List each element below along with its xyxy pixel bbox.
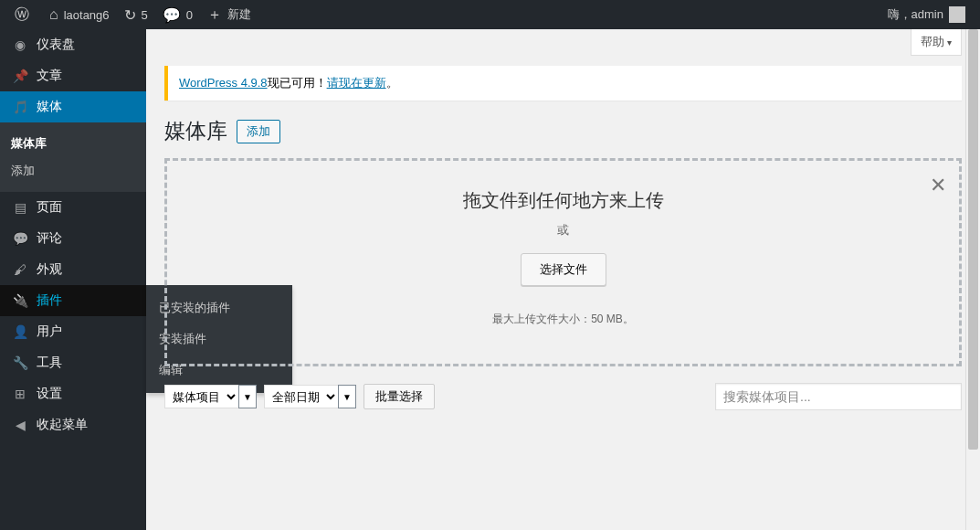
sidebar-item-tools[interactable]: 🔧工具 (0, 347, 146, 378)
collapse-icon: ◀ (11, 418, 29, 432)
sidebar-item-label: 仪表盘 (37, 37, 75, 53)
updates-count: 5 (142, 8, 148, 22)
sidebar: ◉仪表盘 📌文章 🎵媒体 媒体库 添加 ▤页面 💬评论 🖌外观 🔌插件 已安装的… (0, 29, 146, 530)
sidebar-item-posts[interactable]: 📌文章 (0, 60, 146, 91)
new-label: 新建 (227, 6, 251, 23)
filter-type-select[interactable]: 媒体项目 (164, 385, 239, 408)
sidebar-item-collapse[interactable]: ◀收起菜单 (0, 409, 146, 440)
comment-icon: 💬 (11, 231, 29, 246)
sidebar-item-label: 媒体 (37, 99, 62, 115)
sidebar-item-label: 插件 (37, 292, 62, 309)
filter-date-select[interactable]: 全部日期 (264, 385, 339, 408)
sidebar-item-label: 评论 (37, 230, 62, 247)
scrollbar-thumb[interactable] (968, 29, 978, 450)
sidebar-item-label: 外观 (37, 261, 62, 278)
chevron-down-icon: ▼ (338, 385, 356, 408)
site-name-label: laotang6 (64, 8, 110, 22)
sidebar-item-dashboard[interactable]: ◉仪表盘 (0, 29, 146, 60)
filters-bar: 媒体项目 ▼ 全部日期 ▼ 批量选择 (164, 383, 962, 410)
updates[interactable]: ↻5 (117, 0, 155, 29)
chevron-down-icon: ▼ (238, 385, 257, 408)
sidebar-item-settings[interactable]: ⊞设置 (0, 378, 146, 409)
dropzone-title: 拖文件到任何地方来上传 (176, 188, 950, 213)
sidebar-item-plugins[interactable]: 🔌插件 已安装的插件 安装插件 编辑 (0, 285, 146, 316)
sidebar-item-label: 文章 (37, 68, 62, 84)
sidebar-item-comments[interactable]: 💬评论 (0, 223, 146, 254)
sidebar-item-label: 页面 (37, 199, 62, 216)
notice-text: 现已可用！ (268, 76, 327, 90)
add-button[interactable]: 添加 (237, 120, 280, 143)
dashboard-icon: ◉ (11, 37, 29, 52)
plus-icon: ＋ (207, 5, 222, 25)
dropzone-hint: 最大上传文件大小：50 MB。 (176, 312, 950, 327)
comments[interactable]: 💬0 (155, 0, 200, 29)
content: 帮助 WordPress 4.9.8现已可用！请现在更新。 媒体库 添加 ✕ 拖… (146, 29, 980, 530)
media-icon: 🎵 (11, 100, 29, 114)
comments-count: 0 (186, 8, 193, 22)
notice-update-link[interactable]: 请现在更新 (327, 76, 386, 90)
search-input[interactable] (715, 383, 962, 410)
plugin-icon: 🔌 (11, 293, 29, 308)
sidebar-item-label: 工具 (37, 355, 62, 371)
refresh-icon: ↻ (124, 6, 136, 24)
submenu-item-add[interactable]: 添加 (0, 157, 146, 185)
close-icon[interactable]: ✕ (930, 174, 946, 197)
sidebar-item-label: 设置 (37, 386, 62, 402)
filter-date[interactable]: 全部日期 ▼ (264, 385, 356, 408)
filter-type[interactable]: 媒体项目 ▼ (164, 385, 257, 408)
sidebar-item-appearance[interactable]: 🖌外观 (0, 254, 146, 285)
user-icon: 👤 (11, 324, 29, 339)
update-notice: WordPress 4.9.8现已可用！请现在更新。 (164, 66, 962, 101)
new-content[interactable]: ＋新建 (200, 0, 258, 29)
select-files-button[interactable]: 选择文件 (521, 253, 606, 286)
my-account[interactable]: 嗨，admin (880, 0, 973, 29)
brush-icon: 🖌 (11, 262, 29, 277)
sidebar-item-pages[interactable]: ▤页面 (0, 192, 146, 223)
greeting: 嗨，admin (888, 6, 943, 23)
sidebar-item-label: 收起菜单 (37, 417, 88, 433)
wordpress-icon: ⓦ (15, 5, 29, 25)
pin-icon: 📌 (11, 69, 29, 83)
sidebar-item-media[interactable]: 🎵媒体 (0, 91, 146, 122)
upload-dropzone[interactable]: ✕ 拖文件到任何地方来上传 或 选择文件 最大上传文件大小：50 MB。 (164, 158, 962, 366)
avatar (949, 6, 965, 23)
page-head: 媒体库 添加 (164, 117, 962, 145)
page-icon: ▤ (11, 200, 29, 215)
submenu-item-library[interactable]: 媒体库 (0, 130, 146, 157)
wrench-icon: 🔧 (11, 355, 29, 370)
sliders-icon: ⊞ (11, 387, 29, 401)
site-name[interactable]: ⌂laotang6 (42, 0, 117, 29)
home-icon: ⌂ (49, 6, 58, 23)
sidebar-item-label: 用户 (37, 323, 62, 340)
sidebar-item-users[interactable]: 👤用户 (0, 316, 146, 347)
wp-logo[interactable]: ⓦ (7, 0, 42, 29)
notice-text2: 。 (386, 76, 398, 90)
dropzone-or: 或 (176, 222, 950, 238)
notice-version-link[interactable]: WordPress 4.9.8 (179, 76, 268, 90)
adminbar: ⓦ ⌂laotang6 ↻5 💬0 ＋新建 嗨，admin (0, 0, 980, 29)
scrollbar[interactable] (965, 29, 980, 530)
page-title: 媒体库 (164, 117, 227, 145)
media-submenu: 媒体库 添加 (0, 122, 146, 192)
bulk-select-button[interactable]: 批量选择 (364, 384, 435, 409)
help-tab[interactable]: 帮助 (911, 29, 962, 56)
comment-icon: 💬 (163, 6, 181, 24)
